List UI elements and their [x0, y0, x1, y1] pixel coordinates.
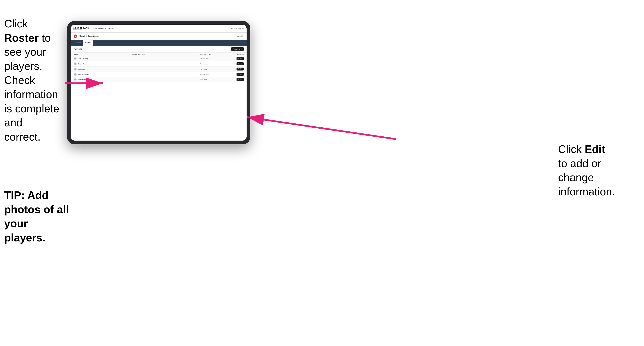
instruction-left: Click Roster tosee your players.Check in… — [4, 17, 65, 144]
user-info: Test User | Sign out — [230, 28, 244, 29]
col-name-header: NAME — [74, 54, 132, 55]
avatar-icon — [74, 73, 76, 75]
team-name: Clippd College (Men) — [79, 35, 236, 37]
player-name: David Ford — [78, 63, 86, 65]
table-row: Elliot Ebert Third Year ✎ Edit — [71, 66, 246, 72]
edit-button[interactable]: ✎ Edit — [236, 78, 244, 81]
team-header: C Clippd College (Men) Cancel ✕ — [71, 33, 246, 40]
col-email-header: EMAIL ADDRESS — [132, 54, 200, 55]
avatar-icon — [74, 68, 76, 70]
nav-tournaments[interactable]: TOURNAMENTS — [93, 27, 106, 30]
table-row: Marcus Turner Second Year ✎ Edit — [71, 72, 246, 77]
player-year: Fourth Year — [200, 63, 227, 65]
avatar — [74, 73, 77, 76]
player-year: Second Year — [200, 58, 227, 60]
instruction-right-text: Click Editto add or changeinformation. — [558, 143, 615, 198]
col-actions-header: ACTIONS — [227, 54, 244, 55]
actions-cell: ✎ Edit — [227, 62, 244, 65]
player-name-cell: David Ford — [74, 62, 132, 65]
add-player-button[interactable]: + Add Player — [231, 47, 244, 51]
edit-button[interactable]: ✎ Edit — [236, 68, 244, 70]
nav-teams[interactable]: TEAMS — [108, 27, 114, 30]
table-header: NAME EMAIL ADDRESS SCHOOL YEAR ACTIONS — [71, 53, 246, 56]
team-logo: C — [74, 34, 77, 38]
actions-cell: ✎ Edit — [227, 68, 244, 70]
tab-details[interactable]: Details — [74, 40, 83, 46]
logo-area: SCOREBOARD Powered by clippi — [73, 27, 89, 30]
player-year: Second Year — [200, 73, 227, 75]
cancel-button[interactable]: Cancel ✕ — [236, 35, 244, 37]
avatar-icon — [74, 63, 76, 65]
player-name-cell: Blair McHarg — [74, 57, 132, 60]
tip-text: TIP: Add photos of all your players. — [4, 188, 69, 245]
player-name: Piers Parnell — [78, 79, 87, 81]
tab-details-label: Details — [76, 42, 81, 44]
players-label: PLAYERS — [74, 48, 82, 50]
table-body: Blair McHarg Second Year ✎ Edit David Fo… — [71, 56, 246, 141]
avatar — [74, 57, 77, 60]
nav-user: Test User | Sign out — [230, 28, 244, 29]
player-name: Elliot Ebert — [78, 68, 86, 70]
actions-cell: ✎ Edit — [227, 73, 244, 76]
logo-sub: Powered by clippi — [73, 29, 89, 30]
table-row: David Ford Fourth Year ✎ Edit — [71, 61, 246, 66]
content-area: PLAYERS + Add Player NAME EMAIL ADDRESS … — [71, 46, 246, 141]
tab-roster-label: Roster — [85, 42, 90, 44]
actions-cell: ✎ Edit — [227, 78, 244, 81]
nav-links: TOURNAMENTS TEAMS — [93, 27, 230, 30]
avatar — [74, 68, 77, 70]
player-year: First Year — [200, 79, 227, 81]
edit-button[interactable]: ✎ Edit — [236, 57, 244, 60]
actions-cell: ✎ Edit — [227, 57, 244, 60]
navbar: SCOREBOARD Powered by clippi TOURNAMENTS… — [71, 25, 246, 33]
avatar-icon — [74, 58, 76, 59]
avatar — [74, 62, 77, 65]
tablet-device: SCOREBOARD Powered by clippi TOURNAMENTS… — [67, 21, 250, 144]
tab-bar: Details Roster — [71, 40, 246, 46]
col-year-header: SCHOOL YEAR — [200, 54, 227, 55]
tab-roster[interactable]: Roster — [83, 40, 92, 46]
instruction-right: Click Editto add or changeinformation. — [558, 142, 638, 199]
tablet-screen: SCOREBOARD Powered by clippi TOURNAMENTS… — [71, 25, 246, 141]
table-row: Blair McHarg Second Year ✎ Edit — [71, 56, 246, 61]
instruction-line1: Click Roster tosee your players.Check in… — [4, 17, 59, 143]
player-year: Third Year — [200, 68, 227, 70]
table-row: Piers Parnell First Year ✎ Edit — [71, 77, 246, 82]
players-header: PLAYERS + Add Player — [71, 46, 246, 53]
edit-button[interactable]: ✎ Edit — [236, 73, 244, 76]
svg-line-2 — [247, 117, 396, 139]
edit-button[interactable]: ✎ Edit — [236, 62, 244, 65]
avatar — [74, 78, 77, 81]
player-name-cell: Elliot Ebert — [74, 68, 132, 70]
player-name-cell: Marcus Turner — [74, 73, 132, 76]
player-name: Marcus Turner — [78, 73, 89, 75]
avatar-icon — [74, 79, 76, 80]
player-name: Blair McHarg — [78, 58, 88, 60]
player-name-cell: Piers Parnell — [74, 78, 132, 81]
